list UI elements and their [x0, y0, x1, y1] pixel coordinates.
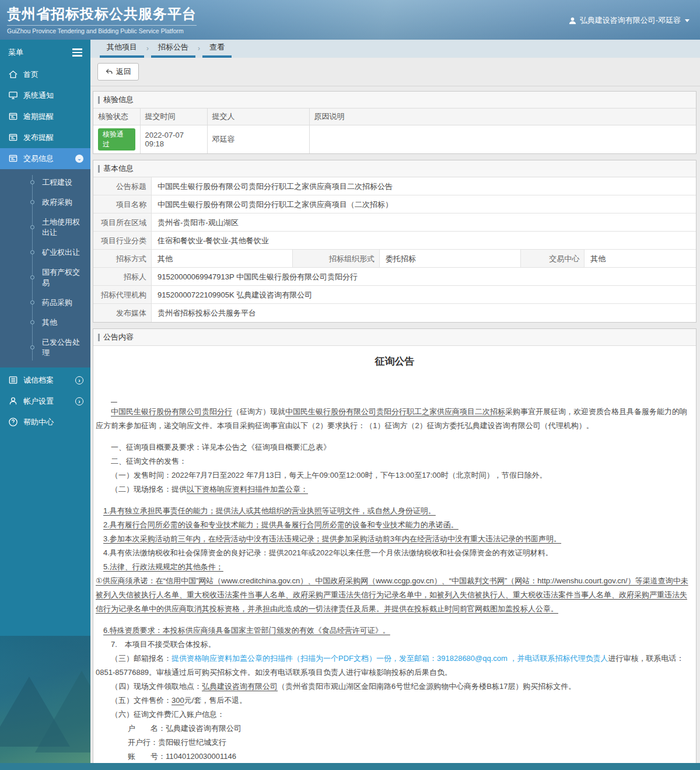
main-content: 其他项目 › 招标公告 › 查看 返回 核验信息 核验状态 提交时间 提交人 原… [90, 40, 700, 763]
announcement-text: 户 名：弘典建设咨询有限公司 [128, 724, 242, 733]
folder-icon [8, 153, 18, 163]
back-icon [105, 68, 113, 76]
list-icon [8, 375, 18, 385]
breadcrumb: 其他项目 › 招标公告 › 查看 [90, 40, 700, 58]
info-row-industry: 项目行业分类 住宿和餐饮业-餐饮业-其他餐饮业 [93, 232, 696, 250]
info-row-agency: 招标代理机构 91520000722109905K 弘典建设咨询有限公司 [93, 286, 696, 304]
field-value: 中国民生银行股份有限公司贵阳分行职工之家供应商项目二次招标公告 [152, 177, 696, 195]
app-header: 贵州省招标投标公共服务平台 GuiZhou Province Tendering… [0, 0, 700, 40]
announcement-text: 6.特殊资质要求：本投标供应商须具备国家主管部门颁发的有效《食品经营许可证》。 [103, 626, 390, 635]
announcement-text: （征询方）现就 [232, 407, 285, 416]
sidebar-item-label: 诚信档案 [23, 375, 54, 386]
sidebar-item-label: 逾期提醒 [23, 111, 54, 122]
sidebar-item-trade-info[interactable]: 交易信息 ⌄ [0, 148, 90, 169]
brand: 贵州省招标投标公共服务平台 GuiZhou Province Tendering… [7, 5, 197, 34]
announcement-line: 6.特殊资质要求：本投标供应商须具备国家主管部门颁发的有效《食品经营许可证》。 [96, 624, 694, 638]
announcement-text: （六）征询文件费汇入账户信息： [111, 710, 225, 719]
breadcrumb-separator: › [197, 44, 201, 58]
announcement-text: 开户行：贵阳银行世纪城支行 [128, 738, 226, 747]
section-bar-icon [98, 334, 100, 341]
sidebar-item-overdue-reminder[interactable]: 逾期提醒 [0, 106, 90, 127]
submenu-item-gov-procurement[interactable]: 政府采购 [0, 192, 90, 212]
folder-icon [8, 132, 18, 142]
announcement-body: 征询公告 中国民生银行股份有限公司贵阳分行（征询方）现就中国民生银行股份有限公司… [96, 353, 694, 770]
announcement-text: 2.具有履行合同所必需的设备和专业技术能力；提供具备履行合同所必需的设备和专业技… [103, 520, 459, 529]
field-label: 发布媒体 [93, 304, 152, 322]
announcement-line [96, 391, 694, 405]
field-label: 招标人 [93, 268, 152, 285]
field-label: 公告标题 [93, 177, 152, 195]
announcement-text: 中国民生银行股份有限公司贵阳分行职工之家供应商项目二次招标 [285, 407, 505, 416]
hamburger-icon[interactable] [72, 47, 82, 58]
info-row-project-name: 项目名称 中国民生银行股份有限公司贵阳分行职工之家供应商项目（二次招标） [93, 195, 696, 214]
announcement-line: 户 名：弘典建设咨询有限公司 [96, 722, 694, 736]
announcement-panel: 公告内容 征询公告 中国民生银行股份有限公司贵阳分行（征询方）现就中国民生银行股… [93, 328, 696, 770]
submenu-item-drug-procurement[interactable]: 药品采购 [0, 293, 90, 313]
submenu-item-state-assets[interactable]: 国有产权交易 [0, 262, 90, 293]
email-link-text[interactable]: 提供资格响应资料加盖公章的扫描件（扫描为一个PDF文档）一份，发至邮箱：3918… [172, 654, 608, 663]
announcement-line: 2.具有履行合同所必需的设备和专业技术能力；提供具备履行合同所必需的设备和专业技… [96, 518, 694, 532]
column-header: 原因说明 [309, 108, 696, 125]
announcement-line: （一）发售时间：2022年7月7日至2022 年7月13日，每天上午09:00至… [96, 468, 694, 482]
announcement-text: 4.具有依法缴纳税收和社会保障资金的良好记录：提供2021年或2022年以来任意… [103, 548, 553, 557]
app-subtitle: GuiZhou Province Tendering and Bidding P… [7, 25, 197, 34]
field-value: 住宿和餐饮业-餐饮业-其他餐饮业 [152, 232, 696, 249]
table-row: 核验通过 2022-07-07 09:18 邓廷容 [93, 125, 696, 154]
announcement-line [96, 433, 694, 440]
announcement-line [96, 616, 694, 624]
column-header: 核验状态 [93, 108, 140, 125]
field-label: 交易中心 [520, 250, 584, 267]
toolbar: 返回 [90, 58, 700, 86]
submenu-item-published-announcements[interactable]: 已发公告处理 [0, 332, 90, 363]
reason [309, 125, 696, 154]
announcement-line: （四）现场文件领取地点：弘典建设咨询有限公司（贵州省贵阳市观山湖区金阳南路6号世… [96, 680, 694, 694]
sidebar-item-label: 帐户设置 [23, 396, 54, 407]
info-row-announcement-title: 公告标题 中国民生银行股份有限公司贵阳分行职工之家供应商项目二次招标公告 [93, 177, 696, 195]
announcement-line: 开户行：贵阳银行世纪城支行 [96, 736, 694, 750]
announcement-text: 1.具有独立承担民事责任的能力；提供法人或其他组织的营业执照等证明文件，或自然人… [103, 506, 436, 515]
field-value: 委托招标 [380, 250, 520, 267]
info-row-method: 招标方式 其他 招标组织形式 委托招标 交易中心 其他 [93, 250, 696, 268]
sidebar-item-publish-reminder[interactable]: 发布提醒 [0, 127, 90, 148]
column-header: 提交时间 [140, 108, 207, 125]
sidebar-item-help-center[interactable]: 帮助中心 [0, 412, 90, 433]
back-button[interactable]: 返回 [97, 63, 139, 80]
submenu-item-mining-rights[interactable]: 矿业权出让 [0, 243, 90, 262]
announcement-text: ①供应商须承诺：在“信用中国”网站（www.creditchina.gov.cn… [96, 576, 688, 613]
user-name: 弘典建设咨询有限公司-邓廷容 [580, 15, 681, 26]
field-value: 其他 [152, 250, 292, 267]
announcement-text: （二）现场报名：提供 [111, 485, 187, 494]
announcement-line: 1.具有独立承担民事责任的能力；提供法人或其他组织的营业执照等证明文件，或自然人… [96, 504, 694, 518]
chevron-down-circle-icon: ⌄ [75, 155, 83, 163]
section-bar-icon [98, 96, 100, 104]
sidebar-item-home[interactable]: 首页 [0, 64, 90, 85]
info-row-tenderer: 招标人 91520000069947913P 中国民生银行股份有限公司贵阳分行 [93, 268, 696, 286]
announcement-line: （五）文件售价：300元/套，售后不退。 [96, 694, 694, 708]
sidebar-item-notifications[interactable]: 系统通知 [0, 85, 90, 106]
home-icon [8, 69, 18, 79]
announcement-line: （六）征询文件费汇入账户信息： [96, 708, 694, 722]
breadcrumb-view[interactable]: 查看 [201, 42, 233, 58]
submit-time: 2022-07-07 09:18 [140, 125, 207, 154]
sidebar-item-credit-archive[interactable]: 诚信档案 › [0, 370, 90, 391]
submenu-item-land-use[interactable]: 土地使用权出让 [0, 212, 90, 243]
field-value: 中国民生银行股份有限公司贵阳分行职工之家供应商项目（二次招标） [152, 195, 696, 213]
page-footer-strip [0, 763, 700, 770]
sidebar-item-account-settings[interactable]: 帐户设置 › [0, 391, 90, 412]
submenu-item-other[interactable]: 其他 [0, 313, 90, 332]
breadcrumb-tender-announcement[interactable]: 招标公告 [150, 42, 197, 58]
breadcrumb-other-projects[interactable]: 其他项目 [99, 42, 145, 58]
announcement-line: 一、征询项目概要及要求：详见本公告之《征询项目概要汇总表》 [96, 440, 694, 454]
announcement-line [96, 496, 694, 504]
chevron-down-icon [685, 19, 690, 22]
info-row-media: 发布媒体 贵州省招标投标公共服务平台 [93, 304, 696, 322]
section-title: 核验信息 [103, 94, 134, 105]
submenu-item-engineering[interactable]: 工程建设 [0, 173, 90, 192]
user-menu[interactable]: 弘典建设咨询有限公司-邓廷容 [568, 15, 690, 26]
breadcrumb-separator: › [145, 44, 150, 58]
field-value: 91520000069947913P 中国民生银行股份有限公司贵阳分行 [152, 268, 696, 285]
submitter: 邓廷容 [207, 125, 309, 154]
announcement-text [111, 393, 117, 402]
field-label: 招标组织形式 [292, 250, 380, 267]
announcement-text: 征询公告 [375, 356, 415, 367]
